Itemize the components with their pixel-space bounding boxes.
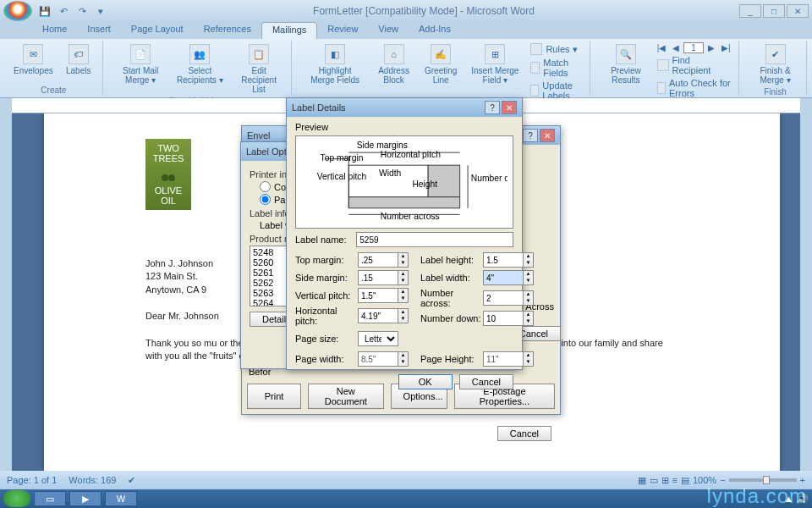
svg-text:Horizontal pitch: Horizontal pitch (381, 150, 441, 159)
view-draft-icon[interactable]: ▤ (681, 475, 689, 486)
svg-text:Top margin: Top margin (321, 153, 364, 163)
view-print-layout-icon[interactable]: ▦ (638, 475, 646, 486)
top-margin-input[interactable] (358, 252, 398, 268)
spinner[interactable]: ▲▼ (398, 308, 409, 323)
ribbon: ✉Envelopes 🏷Labels Create 📄Start Mail Me… (0, 39, 812, 98)
taskbar-word[interactable]: W (105, 491, 137, 506)
group-create: Create (10, 85, 97, 96)
select-recipients-button[interactable]: 👥Select Recipients ▾ (172, 42, 229, 86)
number-down-input[interactable] (483, 311, 524, 326)
redo-icon[interactable]: ↷ (74, 3, 90, 19)
mail-merge-icon: 📄 (130, 44, 151, 64)
spinner[interactable]: ▲▼ (524, 290, 534, 306)
view-outline-icon[interactable]: ≡ (672, 475, 678, 485)
page-width-input (358, 351, 398, 367)
spinner[interactable]: ▲▼ (398, 270, 409, 285)
finish-merge-button[interactable]: ✔Finish & Merge ▾ (749, 42, 801, 86)
quick-access-toolbar: 💾 ↶ ↷ ▾ (37, 3, 108, 19)
recipients-icon: 👥 (189, 44, 210, 64)
envelope-icon: ✉ (23, 44, 43, 64)
preview-icon: 🔍 (616, 44, 636, 64)
preview-label: Preview (295, 122, 513, 132)
tab-references[interactable]: References (194, 22, 261, 39)
nav-first-button[interactable]: |◀ (655, 42, 669, 53)
maximize-button[interactable]: □ (763, 4, 785, 18)
close-button[interactable]: ✕ (787, 4, 809, 18)
start-button[interactable] (3, 490, 30, 507)
edit-list-icon: 📋 (249, 44, 269, 64)
close-icon[interactable]: ✕ (502, 101, 517, 114)
update-icon (530, 85, 539, 97)
save-icon[interactable]: 💾 (37, 3, 52, 19)
view-web-icon[interactable]: ⊞ (661, 475, 669, 486)
tab-review[interactable]: Review (317, 22, 368, 39)
help-icon[interactable]: ? (523, 129, 538, 142)
nav-prev-button[interactable]: ◀ (670, 42, 682, 53)
addr-line-3: Anytown, CA 9 (145, 284, 206, 295)
label-height-input[interactable] (483, 252, 524, 268)
highlight-icon: ◧ (325, 44, 345, 64)
taskbar-explorer[interactable]: ▭ (34, 491, 66, 506)
svg-text:Height: Height (412, 179, 437, 189)
find-recipient-button[interactable]: Find Recipient (655, 54, 733, 76)
svg-rect-4 (348, 197, 459, 208)
help-icon[interactable]: ? (485, 101, 500, 114)
nav-next-button[interactable]: ▶ (705, 42, 717, 53)
address-block-button[interactable]: ⌂Address Block (371, 42, 416, 86)
undo-icon[interactable]: ↶ (56, 3, 71, 19)
label-name-input[interactable] (356, 232, 513, 247)
side-margin-input[interactable] (358, 270, 398, 285)
spell-check-icon[interactable]: ✔ (128, 475, 135, 486)
spinner[interactable]: ▲▼ (398, 252, 409, 268)
number-across-input[interactable] (483, 290, 524, 306)
rules-button[interactable]: Rules ▾ (528, 42, 584, 56)
highlight-fields-button[interactable]: ◧Highlight Merge Fields (302, 42, 368, 86)
word-count[interactable]: Words: 169 (69, 475, 116, 485)
ok-button[interactable]: OK (398, 374, 453, 389)
nav-last-button[interactable]: ▶| (719, 42, 733, 53)
spinner[interactable]: ▲▼ (398, 288, 409, 303)
page-size-select[interactable]: Letter (8 ½ x 11 in) (358, 331, 398, 346)
spinner: ▲▼ (398, 351, 409, 367)
tab-home[interactable]: Home (32, 22, 77, 39)
label-width-input[interactable] (483, 270, 524, 285)
match-fields-button[interactable]: Match Fields (528, 57, 584, 79)
page-status[interactable]: Page: 1 of 1 (7, 475, 57, 485)
edit-recipient-list-button[interactable]: 📋Edit Recipient List (232, 42, 286, 96)
zoom-slider[interactable] (729, 478, 797, 482)
ldet-title: Label Details (292, 102, 346, 113)
product-listbox[interactable]: 52485260 52615262 52635264 (250, 246, 287, 306)
match-icon (530, 62, 540, 74)
tab-view[interactable]: View (368, 22, 409, 39)
spinner: ▲▼ (524, 351, 534, 367)
vertical-pitch-input[interactable] (358, 288, 398, 303)
tab-mailings[interactable]: Mailings (261, 22, 317, 39)
tab-insert[interactable]: Insert (77, 22, 121, 39)
close-icon[interactable]: ✕ (540, 129, 555, 142)
spinner[interactable]: ▲▼ (524, 252, 534, 268)
nav-record-input[interactable]: 1 (683, 42, 704, 53)
envelopes-button[interactable]: ✉Envelopes (10, 42, 57, 77)
taskbar-media[interactable]: ▶ (69, 491, 102, 506)
start-mail-merge-button[interactable]: 📄Start Mail Merge ▾ (113, 42, 168, 86)
insert-merge-field-button[interactable]: ⊞Insert Merge Field ▾ (465, 42, 524, 86)
labels-button[interactable]: 🏷Labels (60, 42, 97, 77)
cancel-button[interactable]: Cancel (459, 374, 513, 389)
spinner[interactable]: ▲▼ (524, 270, 534, 285)
view-full-screen-icon[interactable]: ▭ (650, 475, 658, 486)
horizontal-pitch-input[interactable] (358, 308, 398, 323)
qat-customize-icon[interactable]: ▾ (93, 3, 108, 19)
minimize-button[interactable]: _ (739, 4, 761, 18)
office-button[interactable] (3, 1, 32, 21)
auto-check-errors-button[interactable]: Auto Check for Errors (655, 77, 733, 99)
tab-page-layout[interactable]: Page Layout (121, 22, 194, 39)
group-finish: Finish (749, 86, 801, 97)
company-logo: TWOTREES OLIVEOIL (145, 139, 191, 210)
greeting-line-button[interactable]: ✍Greeting Line (420, 42, 462, 86)
tab-addins[interactable]: Add-Ins (409, 22, 461, 39)
check-icon (657, 82, 666, 94)
preview-results-button[interactable]: 🔍Preview Results (601, 42, 651, 86)
label-preview-diagram: Side margins Top margin Horizontal pitch… (295, 135, 513, 229)
env-cancel-button[interactable]: Cancel (497, 426, 551, 441)
spinner[interactable]: ▲▼ (524, 311, 534, 326)
